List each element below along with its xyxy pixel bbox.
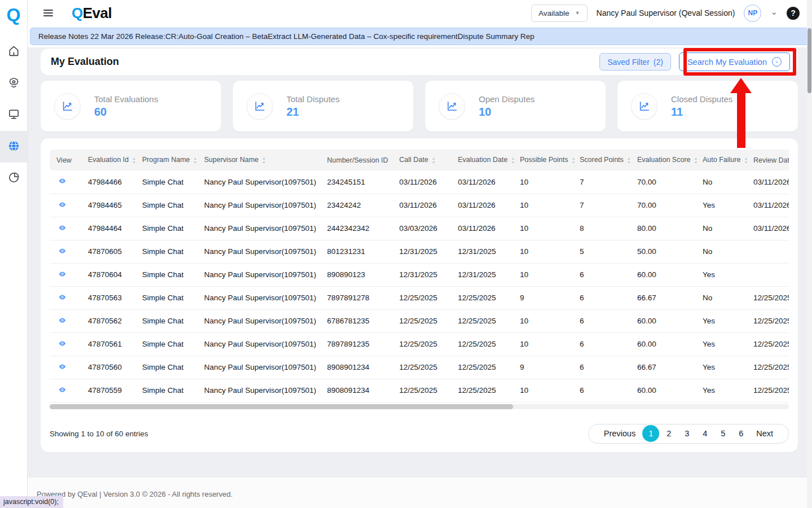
sidebar-item-quality[interactable] bbox=[0, 68, 27, 99]
column-header-evaluation-id[interactable]: Evaluation Id▲▼ bbox=[85, 150, 139, 170]
view-eye-icon[interactable] bbox=[58, 201, 67, 208]
vertical-scrollbar-thumb[interactable] bbox=[807, 28, 811, 93]
pie-chart-icon bbox=[7, 171, 20, 186]
cell-program-name: Simple Chat bbox=[139, 286, 201, 309]
view-cell bbox=[50, 240, 85, 263]
sort-icon[interactable]: ▲▼ bbox=[627, 156, 631, 164]
sort-icon[interactable]: ▲▼ bbox=[193, 156, 197, 164]
view-eye-icon[interactable] bbox=[58, 247, 67, 255]
horizontal-scrollbar-track[interactable] bbox=[50, 404, 789, 409]
column-header-evaluation-date[interactable]: Evaluation Date▲▼ bbox=[454, 150, 517, 170]
help-button[interactable]: ? bbox=[787, 7, 800, 20]
cell-supervisor-name: Nancy Paul Supervisor(1097501) bbox=[201, 217, 324, 240]
pagination-previous[interactable]: Previous bbox=[598, 429, 642, 438]
pagination-page-1[interactable]: 1 bbox=[642, 425, 659, 442]
release-notes-banner[interactable]: Release Notes 22 Mar 2026 Release:CR:Aut… bbox=[30, 28, 810, 45]
view-eye-icon[interactable] bbox=[58, 340, 67, 347]
cell-auto-failure: No bbox=[699, 217, 750, 240]
column-header-scored-points[interactable]: Scored Points▲▼ bbox=[576, 150, 634, 170]
view-cell bbox=[50, 286, 85, 309]
sidebar-item-reports[interactable] bbox=[0, 163, 27, 194]
view-eye-icon[interactable] bbox=[58, 224, 67, 231]
sort-icon[interactable]: ▲▼ bbox=[431, 156, 435, 164]
sort-icon[interactable]: ▲▼ bbox=[571, 156, 575, 164]
view-eye-icon[interactable] bbox=[58, 363, 67, 370]
cell-auto-failure: Yes bbox=[699, 263, 750, 286]
column-header-supervisor-name[interactable]: Supervisor Name▲▼ bbox=[201, 150, 324, 170]
cell-evaluation-id: 47984464 bbox=[85, 217, 139, 240]
view-eye-icon[interactable] bbox=[58, 177, 67, 185]
cell-call-date: 03/11/2026 bbox=[396, 170, 454, 194]
pagination-page-6[interactable]: 6 bbox=[732, 429, 750, 438]
sort-icon[interactable]: ▲▼ bbox=[511, 156, 515, 164]
cell-number-session-id: 7897891278 bbox=[324, 286, 396, 309]
column-header-auto-failure[interactable]: Auto Failure▲▼ bbox=[699, 150, 750, 170]
column-header-program-name[interactable]: Program Name▲▼ bbox=[139, 150, 201, 170]
view-eye-icon[interactable] bbox=[58, 270, 67, 278]
sidebar-item-home[interactable] bbox=[0, 36, 27, 68]
pagination-page-2[interactable]: 2 bbox=[660, 429, 678, 438]
column-label: Evaluation Date bbox=[458, 156, 508, 164]
avatar[interactable]: NP bbox=[744, 5, 761, 22]
view-eye-icon[interactable] bbox=[58, 294, 67, 301]
cell-review-date: 03/11/2026 bbox=[750, 170, 789, 194]
cell-evaluation-id: 47984466 bbox=[85, 170, 139, 194]
banner-strip: Release Notes 22 Mar 2026 Release:CR:Aut… bbox=[28, 26, 812, 47]
cell-possible-points: 10 bbox=[517, 170, 576, 194]
cell-review-date: 12/25/2025 bbox=[750, 286, 789, 309]
vertical-scrollbar-track[interactable] bbox=[807, 0, 812, 508]
view-cell bbox=[50, 309, 85, 332]
view-cell bbox=[50, 170, 85, 194]
pagination-page-4[interactable]: 4 bbox=[696, 429, 714, 438]
column-header-possible-points[interactable]: Possible Points▲▼ bbox=[517, 150, 576, 170]
cell-program-name: Simple Chat bbox=[139, 379, 201, 402]
table-row: 47984466Simple ChatNancy Paul Supervisor… bbox=[50, 170, 789, 194]
column-header-call-date[interactable]: Call Date▲▼ bbox=[396, 150, 454, 170]
cell-number-session-id: 890890123 bbox=[324, 263, 396, 286]
stat-cards: Total Evaluations 60 Total Disputes 21 O… bbox=[41, 81, 798, 132]
sort-icon[interactable]: ▲▼ bbox=[262, 156, 266, 164]
cell-evaluation-score: 60.00 bbox=[634, 309, 699, 332]
cell-possible-points: 10 bbox=[517, 332, 576, 356]
sort-icon[interactable]: ▲▼ bbox=[132, 156, 136, 164]
hamburger-menu-icon[interactable] bbox=[43, 8, 53, 18]
cell-evaluation-date: 12/25/2025 bbox=[454, 309, 517, 332]
column-header-evaluation-score[interactable]: Evaluation Score▲▼ bbox=[634, 150, 699, 170]
cell-auto-failure: No bbox=[699, 286, 750, 309]
cell-supervisor-name: Nancy Paul Supervisor(1097501) bbox=[201, 356, 324, 379]
cell-call-date: 12/25/2025 bbox=[396, 379, 454, 402]
cell-number-session-id: 23424242 bbox=[324, 194, 396, 217]
cell-evaluation-id: 47984465 bbox=[85, 194, 139, 217]
sidebar-item-evaluations[interactable] bbox=[0, 131, 27, 163]
horizontal-scrollbar-thumb[interactable] bbox=[50, 404, 513, 409]
sidebar-item-monitor[interactable] bbox=[0, 99, 27, 131]
stat-label: Total Disputes bbox=[286, 94, 339, 104]
cell-call-date: 03/03/2026 bbox=[396, 217, 454, 240]
view-eye-icon[interactable] bbox=[58, 386, 67, 393]
pagination-page-5[interactable]: 5 bbox=[714, 429, 732, 438]
view-cell bbox=[50, 194, 85, 217]
chevron-down-icon[interactable]: ⌄ bbox=[770, 7, 778, 17]
cell-supervisor-name: Nancy Paul Supervisor(1097501) bbox=[201, 240, 324, 263]
title-bar: My Evaluation Saved Filter (2) Search My… bbox=[41, 49, 798, 75]
cell-number-session-id: 8908091234 bbox=[324, 379, 396, 402]
pagination-page-3[interactable]: 3 bbox=[678, 429, 696, 438]
saved-filter-button[interactable]: Saved Filter (2) bbox=[599, 53, 671, 71]
sort-icon[interactable]: ▲▼ bbox=[744, 156, 748, 164]
view-eye-icon[interactable] bbox=[58, 317, 67, 324]
stat-value: 10 bbox=[479, 106, 535, 119]
cell-program-name: Simple Chat bbox=[139, 356, 201, 379]
column-label: Number/Session ID bbox=[327, 156, 388, 164]
view-cell bbox=[50, 356, 85, 379]
cell-auto-failure: Yes bbox=[699, 379, 750, 402]
qeval-logo-icon[interactable]: Q bbox=[7, 3, 21, 26]
cell-possible-points: 10 bbox=[517, 217, 576, 240]
sort-icon[interactable]: ▲▼ bbox=[694, 156, 698, 164]
cell-evaluation-score: 70.00 bbox=[634, 170, 699, 194]
cell-evaluation-date: 03/11/2026 bbox=[454, 194, 517, 217]
availability-select[interactable]: Available ▼ bbox=[531, 5, 587, 22]
cell-evaluation-id: 47870563 bbox=[85, 286, 139, 309]
search-my-evaluation-button[interactable]: Search My Evaluation ⌄ bbox=[679, 52, 790, 71]
cell-supervisor-name: Nancy Paul Supervisor(1097501) bbox=[201, 194, 324, 217]
pagination-next[interactable]: Next bbox=[750, 429, 779, 438]
